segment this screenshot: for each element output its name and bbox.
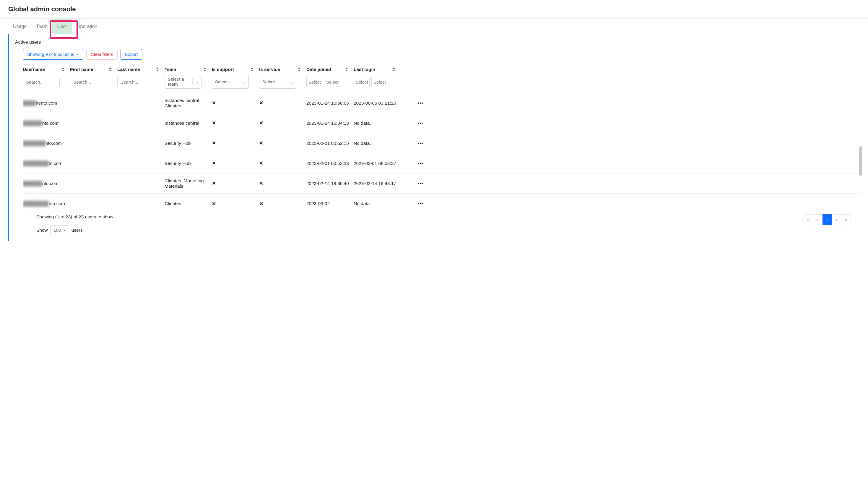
cell-team: Clientes, Marketing Materials: [164, 178, 212, 189]
table-filter-row: Select a team ⌄ Select... ⌄ Select... ⌄: [23, 75, 862, 93]
cell-last-login: No data.: [354, 141, 401, 146]
username-suffix: nto.com: [45, 141, 62, 146]
tab-usage[interactable]: Usage: [8, 19, 31, 34]
cell-is-service: ✕: [259, 160, 306, 166]
sort-icon: [203, 67, 207, 71]
cell-is-support: ✕: [212, 180, 259, 186]
col-header-is-service[interactable]: Is service: [259, 67, 306, 72]
chevron-down-icon: ⌄: [193, 80, 201, 84]
table-header-row: Username First name Last name Team Is su…: [23, 65, 862, 75]
cell-last-login: 2023-02-01 08:58:37: [354, 161, 401, 166]
cell-is-support: ✕: [212, 100, 259, 106]
col-header-label: Is support: [212, 67, 234, 72]
scrollbar-thumb[interactable]: [859, 146, 862, 176]
row-actions-button[interactable]: •••: [401, 121, 430, 126]
cell-username: ████ hento.com: [23, 100, 70, 106]
clear-filters-button[interactable]: Clear filters: [86, 49, 118, 60]
cell-date-joined: 2023-01-24 15:58:05: [306, 100, 354, 106]
cell-team: Clientes: [164, 201, 212, 206]
filter-last-login-from[interactable]: Select: [354, 77, 370, 87]
redacted-text: ██████: [23, 181, 42, 186]
filter-firstname-input[interactable]: [70, 77, 107, 87]
page-first-button[interactable]: «: [804, 214, 813, 225]
cell-is-service: ✕: [259, 201, 306, 207]
columns-dropdown-label: Showing 9 of 9 columns: [27, 52, 74, 57]
cell-username: ██████ nto.com: [23, 121, 70, 126]
page-last-button[interactable]: »: [841, 214, 851, 225]
table-row: ████████ nto.com Clientes ✕ ✕ 2023-03-02…: [23, 193, 862, 211]
col-header-is-support[interactable]: Is support: [212, 67, 259, 72]
sort-icon: [392, 67, 396, 71]
filter-team-select[interactable]: Select a team ⌄: [164, 75, 202, 89]
redacted-text: ████: [23, 100, 36, 106]
cell-username: ███████ nto.com: [23, 141, 70, 146]
show-prefix: Show: [36, 227, 48, 233]
show-suffix: users: [71, 227, 83, 233]
cell-is-support: ✕: [212, 160, 259, 166]
username-suffix: to.com: [49, 161, 63, 166]
filter-lastname-input[interactable]: [117, 77, 154, 87]
filter-is-service-select[interactable]: Select... ⌄: [259, 75, 296, 89]
page-next-button[interactable]: ›: [832, 214, 841, 225]
row-actions-button[interactable]: •••: [401, 181, 430, 186]
table-row: ████████ to.com Security Hub ✕ ✕ 2023-02…: [23, 153, 862, 174]
toolbar: Showing 9 of 9 columns Clear filters Exp…: [9, 49, 868, 65]
tab-team[interactable]: Team: [31, 19, 52, 34]
sort-icon: [61, 67, 65, 71]
cell-is-service: ✕: [259, 180, 306, 186]
cell-is-service: ✕: [259, 140, 306, 146]
username-suffix: hento.com: [36, 100, 57, 106]
col-header-label: Username: [23, 67, 45, 72]
filter-date-joined-to[interactable]: Select: [324, 77, 340, 87]
col-header-username[interactable]: Username: [23, 67, 70, 72]
pagination: « ‹ 1 › »: [804, 214, 851, 225]
filter-date-joined-from[interactable]: Select: [306, 77, 322, 87]
cell-is-service: ✕: [259, 120, 306, 126]
filter-is-support-select[interactable]: Select... ⌄: [212, 75, 249, 89]
cell-last-login: 2023-06-06 03:21:20: [354, 100, 401, 106]
results-summary: Showing (1 to 23) of 23 users to show: [36, 214, 113, 219]
cell-date-joined: 2023-02-01 00:52:15: [306, 141, 354, 146]
col-header-team[interactable]: Team: [164, 67, 212, 72]
username-suffix: nto.com: [49, 201, 65, 206]
cell-team: Instances central, Clientes: [164, 98, 212, 109]
redacted-text: ███████: [23, 141, 45, 146]
export-button[interactable]: Export: [121, 49, 142, 60]
table-footer: Showing (1 to 23) of 23 users to show Sh…: [23, 211, 862, 235]
page-size-select[interactable]: 100: [50, 225, 69, 235]
tab-user[interactable]: User: [52, 19, 72, 34]
cell-is-service: ✕: [259, 100, 306, 106]
row-actions-button[interactable]: •••: [401, 141, 430, 146]
sort-icon: [156, 67, 159, 71]
redacted-text: ████████: [23, 201, 49, 206]
table-body: ████ hento.com Instances central, Client…: [23, 93, 862, 211]
col-header-last-login[interactable]: Last login: [354, 67, 401, 72]
col-header-label: First name: [70, 67, 93, 72]
col-header-label: Last login: [354, 67, 375, 72]
page-title: Global admin console: [0, 0, 868, 19]
page-prev-button[interactable]: ‹: [813, 214, 823, 225]
filter-username-input[interactable]: [23, 77, 60, 87]
tabs-bar: Usage Team User Operation: [0, 19, 868, 34]
columns-dropdown-button[interactable]: Showing 9 of 9 columns: [23, 49, 83, 60]
cell-is-support: ✕: [212, 201, 259, 207]
cell-date-joined: 2023-01-24 16:34:13: [306, 121, 354, 126]
cell-is-support: ✕: [212, 120, 259, 126]
col-header-label: Last name: [117, 67, 140, 72]
filter-last-login-to[interactable]: Select: [371, 77, 387, 87]
tab-operation[interactable]: Operation: [72, 19, 102, 34]
page-number-button[interactable]: 1: [823, 214, 832, 225]
col-header-firstname[interactable]: First name: [70, 67, 117, 72]
row-actions-button[interactable]: •••: [401, 161, 430, 166]
select-placeholder: Select...: [259, 78, 287, 86]
row-actions-button[interactable]: •••: [401, 201, 430, 206]
active-users-panel: Active users Showing 9 of 9 columns Clea…: [8, 34, 868, 241]
row-actions-button[interactable]: •••: [401, 100, 430, 106]
select-placeholder: Select...: [212, 78, 240, 86]
col-header-lastname[interactable]: Last name: [117, 67, 164, 72]
col-header-label: Is service: [259, 67, 280, 72]
redacted-text: ██████: [23, 121, 42, 126]
chevron-down-icon: ⌄: [240, 79, 248, 85]
cell-is-support: ✕: [212, 140, 259, 146]
col-header-date-joined[interactable]: Date joined: [306, 67, 354, 72]
